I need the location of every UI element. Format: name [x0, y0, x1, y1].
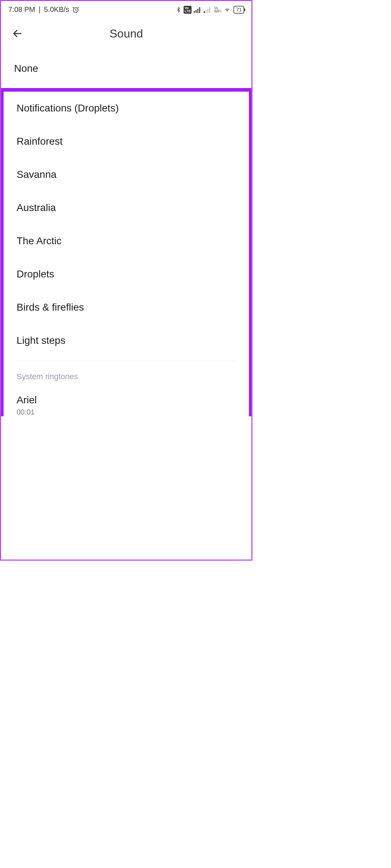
- status-left: 7:08 PM | 5.0KB/s: [8, 5, 79, 14]
- battery-indicator: 71: [233, 6, 244, 14]
- sound-option-australia[interactable]: Australia: [4, 191, 249, 224]
- volte-icon: VoLTE: [184, 6, 192, 14]
- svg-rect-6: [206, 10, 207, 13]
- sound-option-label: Savanna: [17, 169, 57, 180]
- sound-option-droplets[interactable]: Droplets: [4, 258, 249, 291]
- status-time: 7:08 PM: [8, 5, 35, 14]
- svg-rect-7: [207, 9, 208, 13]
- ringtone-item-ariel[interactable]: Ariel 00:01: [4, 388, 249, 416]
- sound-option-label: Light steps: [17, 335, 65, 346]
- status-separator: |: [36, 5, 42, 14]
- sound-option-label: Australia: [17, 202, 56, 213]
- highlight-box: Notifications (Droplets) Rainforest Sava…: [0, 88, 252, 416]
- sound-option-label: Birds & fireflies: [17, 302, 84, 313]
- signal-bars-icon-1: [194, 6, 202, 13]
- battery-level: 71: [236, 7, 242, 13]
- sound-option-label: Droplets: [17, 268, 54, 280]
- wifi-icon: [223, 6, 231, 13]
- alarm-icon: [72, 6, 79, 13]
- sound-option-label: Rainforest: [17, 136, 63, 147]
- sound-option-savanna[interactable]: Savanna: [4, 158, 249, 191]
- ringtone-duration: 00:01: [17, 408, 236, 416]
- svg-rect-1: [194, 11, 195, 13]
- page-title: Sound: [110, 27, 143, 40]
- sound-option-label: Notifications (Droplets): [17, 102, 119, 114]
- status-network-speed: 5.0KB/s: [44, 5, 69, 14]
- sound-option-label: The Arctic: [17, 235, 61, 246]
- svg-rect-4: [199, 7, 200, 13]
- sound-option-notifications-droplets[interactable]: Notifications (Droplets): [4, 92, 249, 125]
- header: Sound: [1, 16, 251, 51]
- status-right: VoLTE VoWiFi 71: [176, 6, 244, 14]
- sound-option-rainforest[interactable]: Rainforest: [4, 125, 249, 158]
- svg-rect-8: [209, 7, 210, 13]
- sound-option-label: None: [14, 63, 38, 74]
- signal-bars-icon-2: [204, 6, 212, 13]
- sound-option-none[interactable]: None: [1, 51, 251, 88]
- vowifi-icon: VoWiFi: [214, 6, 221, 13]
- sound-option-the-arctic[interactable]: The Arctic: [4, 224, 249, 258]
- back-button[interactable]: [8, 25, 26, 43]
- svg-rect-2: [196, 10, 197, 13]
- svg-rect-3: [197, 9, 198, 13]
- status-bar: 7:08 PM | 5.0KB/s VoLTE: [1, 1, 251, 16]
- section-header-system-ringtones: System ringtones: [4, 361, 249, 388]
- sound-option-light-steps[interactable]: Light steps: [4, 324, 249, 357]
- ringtone-name: Ariel: [17, 394, 236, 406]
- sound-option-birds-fireflies[interactable]: Birds & fireflies: [4, 291, 249, 324]
- bluetooth-icon: [176, 6, 181, 13]
- svg-rect-5: [204, 11, 205, 13]
